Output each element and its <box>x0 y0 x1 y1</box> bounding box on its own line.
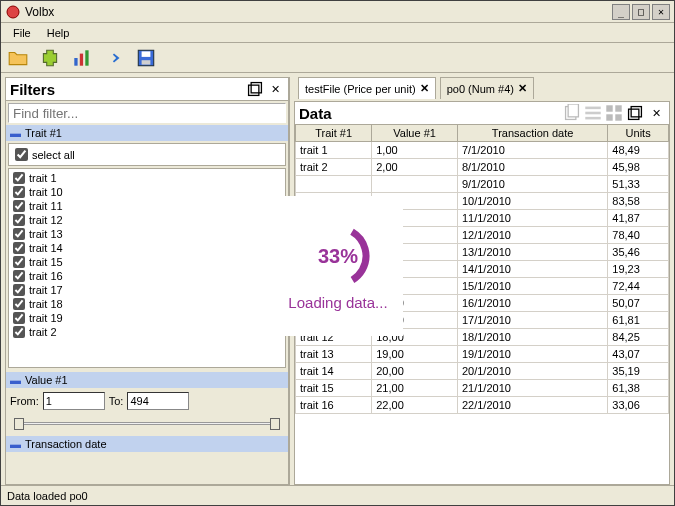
app-icon <box>5 4 21 20</box>
plugin-icon[interactable] <box>39 47 61 69</box>
tab-po0[interactable]: po0 (Num #4)✕ <box>440 77 534 99</box>
svg-rect-7 <box>249 85 259 95</box>
list-item[interactable]: trait 2 <box>11 325 283 339</box>
list-item[interactable]: trait 12 <box>11 213 283 227</box>
to-label: To: <box>109 395 124 407</box>
list-item[interactable]: trait 11 <box>11 199 283 213</box>
select-all-checkbox[interactable] <box>15 148 28 161</box>
menu-help[interactable]: Help <box>39 25 78 41</box>
loading-overlay: 33% Loading data... <box>273 196 403 336</box>
svg-rect-2 <box>80 53 83 65</box>
trait-checkbox[interactable] <box>13 242 25 254</box>
list-item[interactable]: trait 17 <box>11 283 283 297</box>
export-arrow-icon[interactable] <box>103 47 125 69</box>
loading-text: Loading data... <box>288 295 387 312</box>
minimize-button[interactable]: _ <box>612 4 630 20</box>
find-filter-input[interactable] <box>8 103 286 123</box>
close-data-icon[interactable]: ✕ <box>647 104 665 122</box>
maximize-button[interactable]: □ <box>632 4 650 20</box>
to-input[interactable] <box>127 392 189 410</box>
svg-rect-17 <box>615 114 621 120</box>
restore-icon[interactable] <box>626 104 644 122</box>
svg-rect-16 <box>606 114 612 120</box>
column-header[interactable]: Transaction date <box>457 125 607 142</box>
txn-section[interactable]: ▬Transaction date <box>6 436 288 452</box>
menubar: File Help <box>1 23 674 43</box>
trait-checkbox[interactable] <box>13 298 25 310</box>
svg-rect-14 <box>606 105 612 111</box>
svg-rect-12 <box>585 112 600 115</box>
list-item[interactable]: trait 1 <box>11 171 283 185</box>
trait-checkbox[interactable] <box>13 256 25 268</box>
from-label: From: <box>10 395 39 407</box>
trait-checkbox[interactable] <box>13 214 25 226</box>
close-tab-icon[interactable]: ✕ <box>518 82 527 95</box>
svg-point-0 <box>7 6 19 18</box>
table-row[interactable]: trait 22,008/1/201045,98 <box>296 159 669 176</box>
list-icon[interactable] <box>584 104 602 122</box>
tab-testfile[interactable]: testFile (Price per unit)✕ <box>298 77 436 99</box>
titlebar: Volbx _ □ ✕ <box>1 1 674 23</box>
close-button[interactable]: ✕ <box>652 4 670 20</box>
trait-list[interactable]: trait 1trait 10trait 11trait 12trait 13t… <box>8 168 286 368</box>
list-item[interactable]: trait 18 <box>11 297 283 311</box>
svg-rect-6 <box>142 60 151 64</box>
filters-header: Filters ✕ <box>5 77 289 101</box>
trait-checkbox[interactable] <box>13 326 25 338</box>
trait-checkbox[interactable] <box>13 200 25 212</box>
svg-rect-18 <box>629 109 639 119</box>
trait-checkbox[interactable] <box>13 186 25 198</box>
svg-rect-11 <box>585 107 600 110</box>
table-row[interactable]: trait 1319,0019/1/201043,07 <box>296 346 669 363</box>
svg-rect-1 <box>74 58 77 66</box>
data-title: Data <box>299 105 560 122</box>
from-input[interactable] <box>43 392 105 410</box>
data-header: Data ✕ <box>295 102 669 124</box>
trait-checkbox[interactable] <box>13 284 25 296</box>
svg-rect-5 <box>142 51 151 57</box>
column-header[interactable]: Units <box>608 125 669 142</box>
svg-rect-3 <box>85 50 88 65</box>
svg-rect-8 <box>251 83 261 93</box>
column-header[interactable]: Trait #1 <box>296 125 372 142</box>
column-header[interactable]: Value #1 <box>372 125 458 142</box>
svg-rect-10 <box>568 104 578 117</box>
filters-title: Filters <box>10 81 244 98</box>
trait-checkbox[interactable] <box>13 312 25 324</box>
list-item[interactable]: trait 15 <box>11 255 283 269</box>
menu-file[interactable]: File <box>5 25 39 41</box>
list-item[interactable]: trait 16 <box>11 269 283 283</box>
list-item[interactable]: trait 10 <box>11 185 283 199</box>
table-row[interactable]: 9/1/201051,33 <box>296 176 669 193</box>
chart-icon[interactable] <box>71 47 93 69</box>
spinner-icon: 33% <box>303 221 373 291</box>
open-folder-icon[interactable] <box>7 47 29 69</box>
grid-icon[interactable] <box>605 104 623 122</box>
list-item[interactable]: trait 14 <box>11 241 283 255</box>
close-tab-icon[interactable]: ✕ <box>420 82 429 95</box>
status-text: Data loaded po0 <box>7 490 88 502</box>
table-row[interactable]: trait 1521,0021/1/201061,38 <box>296 380 669 397</box>
table-row[interactable]: trait 1622,0022/1/201033,06 <box>296 397 669 414</box>
loading-percent: 33% <box>318 244 358 267</box>
table-row[interactable]: trait 1420,0020/1/201035,19 <box>296 363 669 380</box>
table-row[interactable]: trait 11,007/1/201048,49 <box>296 142 669 159</box>
svg-rect-15 <box>615 105 621 111</box>
trait-checkbox[interactable] <box>13 172 25 184</box>
value-section[interactable]: ▬Value #1 <box>6 372 288 388</box>
close-panel-icon[interactable]: ✕ <box>266 80 284 98</box>
select-all-row[interactable]: select all <box>8 143 286 166</box>
trait-checkbox[interactable] <box>13 270 25 282</box>
toolbar <box>1 43 674 73</box>
restore-icon[interactable] <box>246 80 264 98</box>
window-title: Volbx <box>25 5 610 19</box>
statusbar: Data loaded po0 <box>1 485 674 505</box>
save-icon[interactable] <box>135 47 157 69</box>
trait-section[interactable]: ▬Trait #1 <box>6 125 288 141</box>
range-slider[interactable] <box>14 416 280 430</box>
list-item[interactable]: trait 13 <box>11 227 283 241</box>
list-item[interactable]: trait 19 <box>11 311 283 325</box>
trait-checkbox[interactable] <box>13 228 25 240</box>
copy-icon[interactable] <box>563 104 581 122</box>
svg-rect-13 <box>585 117 600 120</box>
